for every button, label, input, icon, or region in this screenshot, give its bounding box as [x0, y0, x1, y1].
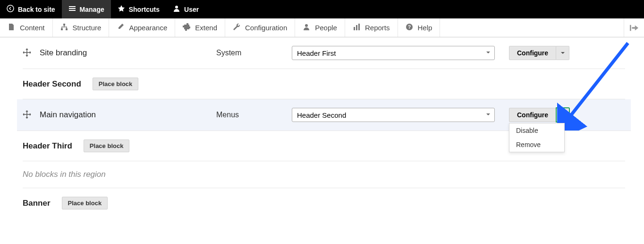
menu-configuration-label: Configuration	[245, 24, 287, 32]
menu-reports-label: Reports	[365, 24, 390, 32]
block-row-site-branding: Site branding System Header First Config…	[23, 37, 625, 69]
configure-button[interactable]: Configure	[509, 108, 556, 122]
region-empty-message: No blocks in this region	[23, 161, 625, 188]
brush-icon	[117, 23, 124, 32]
svg-rect-6	[61, 28, 63, 30]
region-select-site-branding[interactable]: Header First	[292, 46, 495, 60]
help-icon: ?	[406, 23, 413, 32]
region-header-banner: Banner Place block	[23, 188, 625, 218]
empty-text: No blocks in this region	[23, 170, 106, 179]
shortcuts-label: Shortcuts	[129, 6, 160, 13]
region-title: Header Third	[23, 141, 72, 151]
people-icon	[303, 23, 310, 32]
menu-structure-label: Structure	[73, 24, 102, 32]
configure-button[interactable]: Configure	[509, 46, 556, 60]
svg-point-4	[175, 6, 178, 9]
menu-structure[interactable]: Structure	[53, 18, 110, 37]
operations-dropdown: Disable Remove	[509, 123, 565, 152]
menu-appearance-label: Appearance	[129, 24, 167, 32]
user-icon	[173, 5, 180, 14]
drag-handle-icon[interactable]	[23, 48, 31, 58]
wrench-icon	[233, 23, 240, 32]
region-header-header-second: Header Second Place block	[23, 69, 625, 99]
block-title: Site branding	[40, 48, 87, 58]
menu-configuration[interactable]: Configuration	[225, 18, 295, 37]
hamburger-icon	[68, 5, 76, 14]
dropdown-item-disable[interactable]: Disable	[509, 123, 564, 138]
bar-chart-icon	[353, 23, 360, 32]
region-title: Banner	[23, 199, 51, 208]
svg-rect-3	[69, 10, 76, 11]
admin-menu: Content Structure Appearance Extend Conf…	[0, 18, 644, 37]
operations-dropdown-toggle[interactable]	[556, 108, 569, 122]
shortcuts-link[interactable]: Shortcuts	[111, 0, 166, 18]
block-title: Main navigation	[40, 110, 96, 120]
menu-people[interactable]: People	[295, 18, 345, 37]
svg-point-8	[305, 24, 308, 27]
drag-handle-icon[interactable]	[23, 110, 31, 120]
operations-dropdown-toggle[interactable]	[556, 46, 569, 60]
menu-extend-label: Extend	[195, 24, 217, 32]
user-link[interactable]: User	[166, 0, 205, 18]
svg-rect-5	[63, 24, 65, 26]
collapse-arrow-icon	[630, 25, 638, 31]
block-row-main-navigation: Main navigation Menus Header Second Conf…	[17, 99, 631, 131]
menu-content[interactable]: Content	[0, 18, 53, 37]
menu-people-label: People	[315, 24, 337, 32]
menu-extend[interactable]: Extend	[175, 18, 225, 37]
svg-rect-11	[358, 24, 360, 30]
tree-icon	[60, 23, 68, 32]
menu-content-label: Content	[20, 24, 45, 32]
manage-toggle[interactable]: Manage	[62, 0, 111, 18]
svg-rect-2	[69, 8, 76, 9]
dropdown-item-remove[interactable]: Remove	[509, 138, 564, 152]
back-to-site-link[interactable]: Back to site	[0, 0, 62, 18]
svg-text:?: ?	[407, 25, 410, 30]
admin-toolbar: Back to site Manage Shortcuts User	[0, 0, 644, 18]
file-icon	[8, 23, 15, 32]
menu-reports[interactable]: Reports	[345, 18, 398, 37]
manage-label: Manage	[80, 6, 104, 13]
arrow-left-circle-icon	[7, 5, 14, 14]
region-title: Header Second	[23, 79, 81, 89]
svg-rect-9	[354, 27, 355, 30]
star-icon	[118, 5, 125, 14]
block-category: System	[216, 49, 292, 57]
menu-appearance[interactable]: Appearance	[109, 18, 175, 37]
svg-rect-1	[69, 6, 76, 7]
orientation-toggle[interactable]	[624, 18, 644, 37]
region-select-main-navigation[interactable]: Header Second	[292, 108, 495, 122]
place-block-button[interactable]: Place block	[93, 78, 139, 90]
place-block-button[interactable]: Place block	[62, 197, 108, 209]
place-block-button[interactable]: Place block	[84, 139, 130, 152]
chevron-down-icon	[560, 50, 566, 56]
puzzle-icon	[183, 23, 190, 32]
menu-help[interactable]: ? Help	[398, 18, 441, 37]
svg-rect-7	[66, 28, 68, 30]
chevron-up-icon	[560, 112, 566, 118]
back-to-site-label: Back to site	[18, 6, 55, 13]
menu-help-label: Help	[418, 24, 432, 32]
svg-rect-14	[630, 25, 631, 31]
svg-rect-10	[356, 25, 357, 30]
svg-point-0	[7, 5, 14, 12]
block-category: Menus	[216, 111, 292, 119]
user-label: User	[184, 6, 199, 13]
